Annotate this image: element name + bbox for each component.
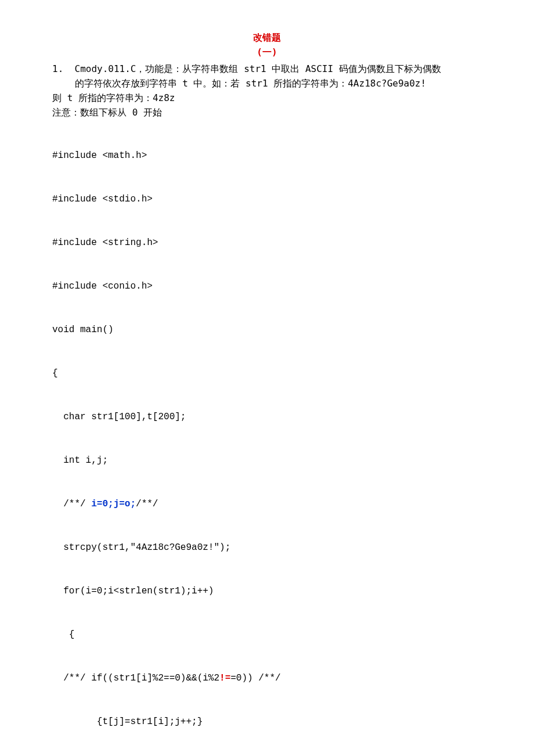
code-line: strcpy(str1,"4Az18c?Ge9a0z!"); — [52, 541, 482, 555]
q1-para-4: 注意：数组下标从 0 开始 — [52, 105, 482, 120]
q1-para-3: 则 t 所指的字符串为：4z8z — [52, 91, 482, 105]
q1-para-2: 的字符依次存放到字符串 t 中。如：若 str1 所指的字符串为：4Az18c?… — [52, 76, 482, 91]
code-frag-marked: != — [219, 673, 230, 683]
title-line-2: (一) — [52, 45, 482, 59]
code-line: #include <conio.h> — [52, 279, 482, 294]
code-line: void main() — [52, 323, 482, 337]
code-line: #include <stdio.h> — [52, 192, 482, 207]
code-line: for(i=0;i<strlen(str1);i++) — [52, 584, 482, 599]
code-frag: /**/ — [52, 499, 91, 509]
q1-para-1: 1. Cmody.011.C，功能是：从字符串数组 str1 中取出 ASCII… — [52, 62, 482, 76]
document-page: 改错题 (一) 1. Cmody.011.C，功能是：从字符串数组 str1 中… — [0, 0, 534, 756]
code-frag: /**/ — [136, 499, 158, 509]
code-line: #include <math.h> — [52, 149, 482, 163]
code-frag-marked: i=0;j=o; — [91, 499, 136, 509]
code-frag: /**/ if((str1[i]%2==0)&&(i%2 — [52, 673, 219, 683]
title-line-1: 改错题 — [52, 30, 482, 45]
code-line: #include <string.h> — [52, 236, 482, 250]
code-line-marked: /**/ if((str1[i]%2==0)&&(i%2!==0)) /**/ — [52, 671, 482, 686]
code-line: {t[j]=str1[i];j++;} — [52, 715, 482, 729]
code-line: { — [52, 366, 482, 381]
code-line-marked: /**/ i=0;j=o;/**/ — [52, 497, 482, 512]
code-frag: =0)) /**/ — [230, 673, 280, 683]
title-block: 改错题 (一) — [52, 30, 482, 59]
code-line: { — [52, 628, 482, 642]
q1-code-block: #include <math.h> #include <stdio.h> #in… — [52, 120, 482, 756]
code-line: int i,j; — [52, 453, 482, 468]
code-line: char str1[100],t[200]; — [52, 410, 482, 424]
